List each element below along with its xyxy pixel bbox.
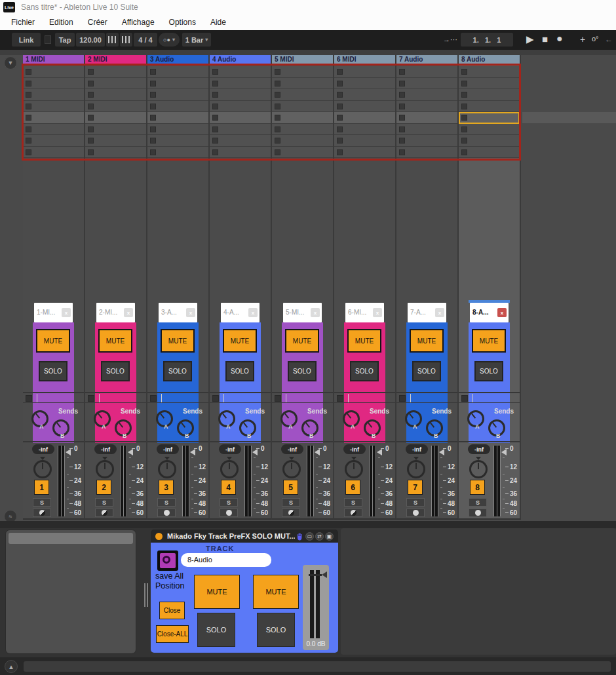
clip-slot[interactable] (272, 112, 333, 124)
device-volume-fader[interactable]: 0.0 dB (303, 565, 329, 650)
solo-cue-button[interactable]: S (95, 498, 113, 507)
clip-stop-icon[interactable] (150, 149, 156, 155)
clip-slot[interactable] (210, 89, 271, 101)
clip-stop-icon[interactable] (275, 104, 280, 109)
clip-stop-icon[interactable] (337, 81, 343, 87)
clip-stop-icon[interactable] (275, 81, 280, 87)
clip-slot[interactable] (23, 135, 84, 147)
arm-button[interactable] (282, 509, 300, 517)
clip-slot[interactable] (23, 124, 84, 136)
track-stop-button[interactable] (212, 395, 219, 402)
clip-stop-icon[interactable] (150, 104, 156, 109)
menu-item-1[interactable]: Edition (42, 18, 81, 27)
clip-slot[interactable] (272, 66, 333, 78)
clip-slot[interactable] (272, 101, 333, 113)
track-stop-button[interactable] (150, 395, 157, 402)
device-mute-button[interactable]: MUTE (285, 329, 319, 353)
clip-slot[interactable] (210, 135, 271, 147)
clip-slot[interactable] (334, 101, 395, 113)
clip-stop-icon[interactable] (150, 126, 156, 132)
clip-slot[interactable] (147, 147, 208, 159)
clip-slot[interactable] (459, 135, 520, 147)
clip-stop-icon[interactable] (337, 138, 343, 144)
volume-value[interactable]: -Inf (157, 444, 179, 454)
volume-value[interactable]: -Inf (343, 444, 366, 454)
time-signature-display[interactable]: 4 / 4 (134, 33, 157, 47)
clip-slot[interactable] (396, 89, 457, 101)
track-header-6[interactable]: 6 MIDI (334, 55, 395, 64)
nudge-up-button[interactable] (120, 33, 132, 47)
key-map-button[interactable]: o° (592, 35, 599, 43)
device-mute-button[interactable]: MUTE (161, 329, 195, 353)
close-button[interactable]: Close (159, 602, 185, 619)
add-button[interactable]: + (580, 34, 585, 45)
volume-fader-handle[interactable] (190, 449, 195, 455)
clip-slot[interactable] (459, 147, 520, 159)
status-toggle-icon[interactable]: ▲ (5, 660, 18, 673)
metronome-button[interactable]: ○● ▾ (159, 33, 180, 47)
clip-slot[interactable] (334, 135, 395, 147)
menu-item-5[interactable]: Aide (203, 18, 233, 27)
clip-stop-icon[interactable] (399, 149, 405, 155)
track-device-title[interactable]: 1-MI...x (34, 303, 73, 322)
device-solo-button[interactable]: SOLO (225, 361, 254, 381)
track-name-field[interactable]: 8-Audio (181, 553, 271, 567)
device-mute-button-1[interactable]: MUTE (194, 575, 240, 609)
device-close-button[interactable]: x (311, 308, 320, 317)
track-device-title[interactable]: 7-A...x (408, 303, 446, 322)
arm-button[interactable] (157, 509, 176, 517)
browser-toggle-icon[interactable]: ▼ (4, 56, 17, 69)
menu-item-0[interactable]: Fichier (4, 18, 42, 27)
clip-slot[interactable] (85, 112, 146, 124)
clip-slot[interactable] (334, 66, 395, 78)
volume-value[interactable]: -Inf (281, 444, 303, 454)
clip-stop-icon[interactable] (461, 138, 467, 144)
clip-slot[interactable] (23, 101, 84, 113)
track-device-title[interactable]: 5-MI...x (283, 303, 322, 322)
record-button[interactable]: ● (556, 33, 563, 45)
clip-stop-icon[interactable] (399, 126, 405, 132)
device-titlebar[interactable]: Mikado Fky Track PreFX SOLO MUT... ▭ ⇄ ▣ (151, 530, 338, 543)
fader-handle[interactable] (309, 574, 322, 576)
tap-tempo-button[interactable]: Tap (55, 33, 75, 47)
device-solo-button[interactable]: SOLO (350, 361, 379, 381)
clip-stop-icon[interactable] (212, 115, 218, 121)
track-stop-button[interactable] (26, 395, 32, 402)
track-device-title[interactable]: 4-A...x (221, 303, 260, 322)
close-all-button[interactable]: Close-ALL (156, 625, 189, 643)
clip-slot[interactable] (147, 78, 208, 90)
track-activator-button[interactable]: 2 (96, 480, 111, 495)
clip-stop-icon[interactable] (461, 69, 467, 75)
clip-stop-icon[interactable] (461, 92, 467, 98)
track-activator-button[interactable]: 5 (283, 480, 298, 495)
hot-swap-icon[interactable]: ⇄ (315, 532, 324, 541)
volume-fader-handle[interactable] (252, 449, 258, 455)
clip-slot[interactable] (396, 135, 457, 147)
device-close-button[interactable]: x (248, 308, 258, 317)
quantize-menu[interactable]: 1 Bar ▾ (182, 33, 211, 47)
follow-button[interactable]: →⋯ (443, 35, 457, 44)
device-close-button[interactable]: x (373, 308, 382, 317)
clip-slot[interactable] (85, 135, 146, 147)
clip-slot[interactable] (85, 101, 146, 113)
clip-stop-icon[interactable] (461, 104, 467, 109)
device-solo-button-2[interactable]: SOLO (257, 613, 295, 647)
solo-cue-button[interactable]: S (406, 498, 425, 507)
clip-stop-icon[interactable] (26, 126, 31, 132)
menu-item-4[interactable]: Options (162, 18, 203, 27)
clip-stop-icon[interactable] (150, 69, 156, 75)
link-button[interactable]: Link (12, 33, 41, 47)
save-icon[interactable]: ▣ (325, 532, 334, 541)
pan-knob[interactable] (220, 460, 239, 478)
device-close-button[interactable]: x (186, 308, 195, 317)
track-header-5[interactable]: 5 MIDI (272, 55, 333, 64)
volume-value[interactable]: -Inf (406, 444, 428, 454)
panel-resize-grip[interactable] (147, 583, 148, 607)
clip-slot[interactable] (459, 66, 520, 78)
device-solo-button[interactable]: SOLO (288, 361, 317, 381)
clip-stop-icon[interactable] (88, 81, 94, 87)
track-activator-button[interactable]: 1 (34, 480, 49, 495)
clip-view-panel[interactable] (5, 530, 136, 654)
volume-fader-handle[interactable] (128, 449, 133, 455)
clip-stop-icon[interactable] (212, 69, 218, 75)
